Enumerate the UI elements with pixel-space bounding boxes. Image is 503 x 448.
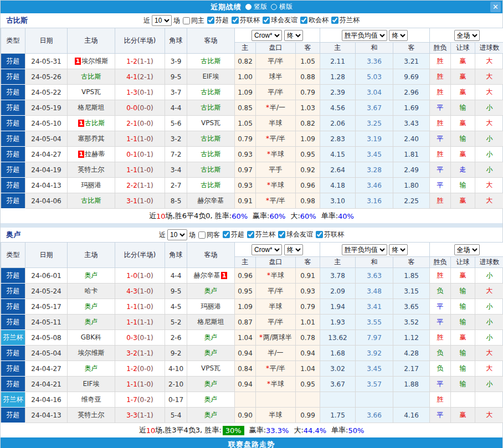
away-team: 古比斯 bbox=[187, 162, 235, 178]
avg-away-odds: 2.17 bbox=[393, 361, 430, 377]
half-time-score: (1-1) bbox=[137, 349, 153, 357]
avg-away-odds: 1.88 bbox=[393, 377, 430, 392]
league-filter-checkbox[interactable] bbox=[207, 17, 214, 24]
same-venue-checkbox[interactable] bbox=[198, 231, 206, 239]
live-star-icon: * bbox=[267, 150, 270, 158]
recent-count-select[interactable]: 10 bbox=[167, 229, 187, 240]
radio-horizontal-label: 横版 bbox=[279, 2, 292, 12]
league-filter-checkbox[interactable] bbox=[316, 231, 323, 238]
rank-badge: 1 bbox=[78, 120, 85, 127]
odds-stage-select[interactable]: 终 bbox=[284, 244, 303, 255]
handicap-odds-away: 0.82 bbox=[296, 116, 320, 131]
corner-score: 5-6 bbox=[165, 116, 187, 131]
league-filter-checkbox[interactable] bbox=[278, 231, 285, 238]
handicap-result-cell: 赢 bbox=[451, 69, 475, 85]
layout-radio-horizontal[interactable]: 横版 bbox=[271, 2, 292, 12]
away-team: 格尼斯坦 bbox=[187, 315, 235, 330]
league-filter[interactable]: 球会友谊 bbox=[278, 230, 313, 239]
result-cell: 胜 bbox=[430, 147, 451, 162]
avg-draw-odds: 3.25 bbox=[356, 116, 393, 131]
league-filter-checkbox[interactable] bbox=[232, 17, 239, 24]
match-date: 24-05-17 bbox=[25, 299, 68, 315]
col-odds-away: 客 bbox=[296, 43, 320, 54]
match-row: 芬超24-05-04塞那乔其1-1(1-0)3-2古比斯0.79*平/半1.09… bbox=[1, 131, 503, 147]
full-time-score: 0-0 bbox=[126, 104, 137, 112]
match-score: 1-2(0-0) bbox=[115, 361, 165, 377]
handicap-odds-home: 0.96 bbox=[235, 268, 256, 284]
corner-score: 4-10 bbox=[165, 361, 187, 377]
league-filter[interactable]: 欧会杯 bbox=[300, 16, 329, 25]
league-filter[interactable]: 芬联杯 bbox=[316, 230, 344, 239]
league-filter[interactable]: 芬超 bbox=[223, 230, 244, 239]
league-filter-checkbox[interactable] bbox=[247, 231, 254, 238]
layout-radio-vertical[interactable]: 竖版 bbox=[245, 2, 267, 12]
match-date: 24-05-24 bbox=[25, 284, 68, 299]
match-scope-select[interactable]: 全场 bbox=[454, 30, 480, 41]
league-filter-checkbox[interactable] bbox=[331, 17, 338, 24]
same-venue-checkbox[interactable] bbox=[183, 17, 190, 24]
handicap-line: 平手 bbox=[256, 162, 296, 178]
single-rate-value: 40% bbox=[338, 212, 354, 220]
recent-count-select[interactable]: 10 bbox=[152, 15, 172, 26]
league-filter-label: 芬超 bbox=[215, 16, 229, 25]
home-team: 塞那乔其 bbox=[68, 131, 115, 147]
half-time-score: (1-0) bbox=[137, 287, 153, 295]
half-time-score: (0-0) bbox=[137, 120, 153, 127]
corner-score: 3-4 bbox=[165, 162, 187, 178]
match-type-badge: 芬超 bbox=[1, 131, 25, 147]
avg-home-odds: 2.39 bbox=[320, 85, 356, 100]
match-row: 芬超24-05-24哈卡4-3(1-0)9-5奥卢0.95平/半0.932.09… bbox=[1, 284, 503, 299]
corner-score: 4-4 bbox=[165, 268, 187, 284]
away-team: 古比斯 bbox=[187, 100, 235, 116]
handicap-odds-away bbox=[296, 392, 320, 408]
goals-result-cell bbox=[475, 392, 503, 408]
half-time-score: (1-1) bbox=[137, 411, 153, 419]
result-cell: 平 bbox=[430, 299, 451, 315]
avg-metric-select[interactable]: 胜平负均值 bbox=[342, 30, 387, 41]
league-filter-checkbox[interactable] bbox=[300, 17, 307, 24]
league-filter-checkbox[interactable] bbox=[263, 17, 270, 24]
team-label: 玛丽港 bbox=[81, 181, 101, 189]
same-venue-filter[interactable]: 同主 bbox=[183, 16, 204, 25]
team-label: 奥卢 bbox=[204, 287, 218, 295]
team-label: 哈卡 bbox=[85, 287, 98, 295]
match-score: 1-7(0-2) bbox=[115, 392, 165, 408]
avg-stage-select[interactable]: 终 bbox=[389, 30, 408, 41]
odds-company-select[interactable]: Crow* bbox=[252, 30, 282, 41]
team-label: 奥卢 bbox=[85, 302, 98, 310]
corner-score: 8-5 bbox=[165, 193, 187, 209]
result-cell: 胜 bbox=[430, 392, 451, 408]
full-time-score: 1-3 bbox=[126, 89, 137, 96]
full-time-score: 1-7 bbox=[126, 396, 137, 404]
home-team: EIF埃 bbox=[68, 377, 115, 392]
result-cell: 胜 bbox=[430, 330, 451, 346]
match-date: 24-04-06 bbox=[25, 193, 68, 209]
handicap-odds-away: 1.04 bbox=[296, 361, 320, 377]
team-label: 古比斯 bbox=[201, 57, 221, 65]
team-label: 英特土尔 bbox=[78, 166, 105, 173]
match-score: 3-3(1-1) bbox=[115, 408, 165, 423]
league-filter[interactable]: 芬兰杯 bbox=[331, 16, 360, 25]
league-filter[interactable]: 球会友谊 bbox=[263, 16, 297, 25]
away-team: 奥卢 bbox=[187, 284, 235, 299]
handicap-line: 半球 bbox=[256, 408, 296, 423]
avg-away-odds: 9.69 bbox=[393, 69, 430, 85]
odds-stage-select[interactable]: 终 bbox=[284, 30, 303, 41]
odds-company-select[interactable]: Crow* bbox=[252, 244, 282, 255]
league-filter[interactable]: 芬超 bbox=[207, 16, 229, 25]
col-score: 比分(半场) bbox=[115, 28, 165, 54]
avg-home-odds: 4.56 bbox=[320, 100, 356, 116]
league-filter-checkbox[interactable] bbox=[223, 231, 230, 238]
corner-score: 3-9 bbox=[165, 54, 187, 69]
avg-stage-select[interactable]: 终 bbox=[389, 244, 408, 255]
team-label: VPS瓦 bbox=[201, 119, 220, 127]
match-scope-select[interactable]: 全场 bbox=[454, 244, 480, 255]
league-filter[interactable]: 芬联杯 bbox=[232, 16, 260, 25]
close-icon[interactable]: ✕ bbox=[490, 2, 501, 12]
match-row: 芬超24-05-11奥卢1-1(1-1)5-2格尼斯坦0.87平/半1.011.… bbox=[1, 315, 503, 330]
handicap-line: *两/两球半 bbox=[256, 330, 296, 346]
league-filter[interactable]: 芬兰杯 bbox=[247, 230, 275, 239]
home-team: 1古比斯 bbox=[68, 116, 115, 131]
same-venue-filter[interactable]: 同客 bbox=[198, 230, 220, 240]
avg-metric-select[interactable]: 胜平负均值 bbox=[342, 244, 387, 255]
